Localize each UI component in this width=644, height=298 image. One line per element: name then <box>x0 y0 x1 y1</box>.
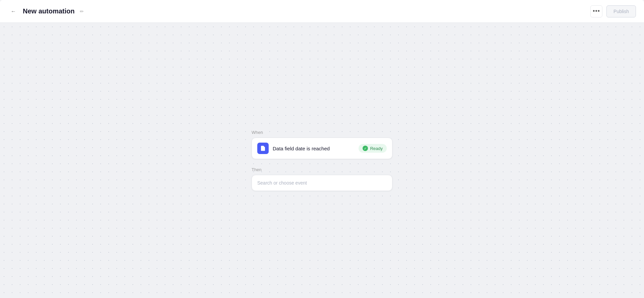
event-card[interactable] <box>252 175 392 191</box>
edit-title-button[interactable]: ✏ <box>78 7 85 15</box>
back-icon: ← <box>11 8 16 14</box>
header-left: ← New automation ✏ <box>8 6 85 17</box>
app-container: ← New automation ✏ ••• Publish When <box>0 0 644 298</box>
trigger-card[interactable]: Data field date is reached ✓ Ready <box>252 138 392 159</box>
then-section: Then <box>252 167 392 191</box>
document-icon <box>260 145 266 151</box>
canvas: When Data field date is reached ✓ Ready <box>0 23 644 298</box>
trigger-label: Data field date is reached <box>273 146 330 151</box>
page-title: New automation <box>23 7 74 15</box>
flow-container: When Data field date is reached ✓ Ready <box>252 130 392 191</box>
then-label: Then <box>252 167 392 172</box>
trigger-left: Data field date is reached <box>257 143 330 154</box>
pencil-icon: ✏ <box>80 9 84 14</box>
publish-button[interactable]: Publish <box>606 5 636 17</box>
header: ← New automation ✏ ••• Publish <box>0 0 644 23</box>
ready-text: Ready <box>370 146 383 151</box>
event-search-input[interactable] <box>257 180 387 186</box>
when-label: When <box>252 130 263 138</box>
more-options-button[interactable]: ••• <box>590 5 602 17</box>
ellipsis-icon: ••• <box>593 8 600 15</box>
trigger-icon-wrap <box>257 143 269 154</box>
back-button[interactable]: ← <box>8 6 19 17</box>
ready-badge: ✓ Ready <box>359 144 387 153</box>
header-right: ••• Publish <box>590 5 636 17</box>
check-icon: ✓ <box>363 146 368 151</box>
